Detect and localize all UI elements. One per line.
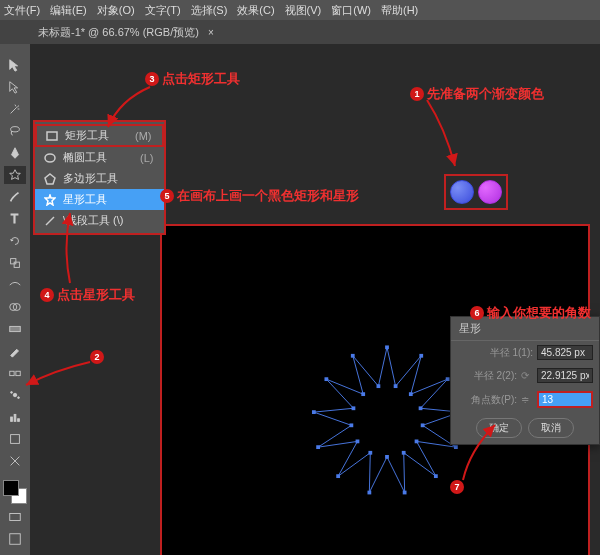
eyedropper-tool[interactable] — [4, 342, 26, 360]
svg-rect-32 — [367, 491, 371, 495]
svg-rect-21 — [409, 392, 413, 396]
gradient-tool[interactable] — [4, 320, 26, 338]
anno-4: 4点击星形工具 — [40, 286, 135, 304]
menu-object[interactable]: 对象(O) — [97, 3, 135, 18]
svg-rect-12 — [11, 417, 13, 421]
color-picker[interactable] — [3, 480, 27, 504]
type-tool[interactable]: T — [4, 210, 26, 228]
menu-select[interactable]: 选择(S) — [191, 3, 228, 18]
swatch-purple[interactable] — [478, 180, 502, 204]
svg-rect-33 — [368, 451, 372, 455]
svg-rect-2 — [11, 259, 16, 264]
radius1-input[interactable] — [537, 345, 593, 360]
svg-rect-22 — [446, 377, 450, 381]
svg-rect-13 — [14, 414, 16, 421]
screen-mode[interactable] — [4, 508, 26, 526]
gradient-swatches — [444, 174, 508, 210]
svg-rect-28 — [434, 474, 438, 478]
svg-rect-15 — [11, 435, 20, 444]
svg-rect-17 — [10, 534, 21, 545]
svg-rect-37 — [349, 423, 353, 427]
menubar: 文件(F) 编辑(E) 对象(O) 文字(T) 选择(S) 效果(C) 视图(V… — [0, 0, 600, 20]
document-tab[interactable]: 未标题-1* @ 66.67% (RGB/预览) × — [30, 25, 222, 40]
svg-rect-41 — [361, 392, 365, 396]
menu-file[interactable]: 文件(F) — [4, 3, 40, 18]
arrow-3 — [100, 85, 160, 135]
polygon-icon — [43, 172, 57, 186]
svg-rect-3 — [14, 262, 19, 267]
brush-tool[interactable] — [4, 188, 26, 206]
menu-help[interactable]: 帮助(H) — [381, 3, 418, 18]
graph-tool[interactable] — [4, 408, 26, 426]
fg-color[interactable] — [3, 480, 19, 496]
svg-rect-31 — [385, 455, 389, 459]
svg-rect-30 — [403, 491, 407, 495]
anno-3: 3点击矩形工具 — [145, 70, 240, 88]
pen-tool[interactable] — [4, 144, 26, 162]
stepper-icon[interactable]: ≑ — [521, 394, 533, 405]
svg-text:T: T — [11, 212, 19, 226]
svg-point-10 — [11, 392, 13, 394]
width-tool[interactable] — [4, 276, 26, 294]
shape-tool[interactable] — [4, 166, 26, 184]
svg-rect-14 — [18, 419, 20, 422]
radius2-label: 半径 2(2): — [457, 369, 517, 383]
link-icon[interactable]: ⟳ — [521, 370, 533, 381]
svg-rect-38 — [312, 410, 316, 414]
flyout-star[interactable]: 星形工具 — [35, 189, 164, 210]
menu-window[interactable]: 窗口(W) — [331, 3, 371, 18]
svg-rect-20 — [419, 354, 423, 358]
rect-icon — [45, 129, 59, 143]
scale-tool[interactable] — [4, 254, 26, 272]
rotate-tool[interactable] — [4, 232, 26, 250]
close-icon[interactable]: × — [208, 27, 214, 38]
slice-tool[interactable] — [4, 452, 26, 470]
arrow-7 — [455, 420, 505, 485]
svg-rect-16 — [10, 514, 21, 521]
svg-rect-39 — [352, 406, 356, 410]
screen-mode-2[interactable] — [4, 530, 26, 548]
menu-view[interactable]: 视图(V) — [285, 3, 322, 18]
selection-tool[interactable] — [4, 56, 26, 74]
flyout-polygon-label: 多边形工具 — [63, 171, 118, 186]
svg-rect-29 — [402, 451, 406, 455]
svg-rect-18 — [385, 345, 389, 349]
cancel-button[interactable]: 取消 — [528, 418, 574, 438]
star-icon — [43, 193, 57, 207]
anno-6: 6输入你想要的角数 — [470, 304, 591, 322]
svg-rect-35 — [356, 439, 360, 443]
points-input[interactable] — [537, 391, 593, 408]
menu-type[interactable]: 文字(T) — [145, 3, 181, 18]
svg-rect-19 — [394, 384, 398, 388]
swatch-blue[interactable] — [450, 180, 474, 204]
lasso-tool[interactable] — [4, 122, 26, 140]
radius2-input[interactable] — [537, 368, 593, 383]
flyout-polygon[interactable]: 多边形工具 — [35, 168, 164, 189]
menu-effect[interactable]: 效果(C) — [237, 3, 274, 18]
direct-select-tool[interactable] — [4, 78, 26, 96]
artboard-tool[interactable] — [4, 430, 26, 448]
svg-rect-43 — [377, 384, 381, 388]
arrow-2 — [20, 360, 95, 390]
svg-line-47 — [46, 217, 54, 225]
svg-point-11 — [18, 397, 20, 399]
arrow-4 — [55, 208, 85, 288]
flyout-ellipse-label: 椭圆工具 — [63, 150, 107, 165]
arrow-1 — [415, 98, 465, 173]
anno-1: 1先准备两个渐变颜色 — [410, 85, 544, 103]
star-shape[interactable] — [302, 336, 472, 506]
wand-tool[interactable] — [4, 100, 26, 118]
svg-rect-6 — [10, 326, 21, 331]
svg-rect-34 — [336, 474, 340, 478]
svg-rect-23 — [419, 406, 423, 410]
svg-rect-7 — [10, 371, 14, 375]
svg-marker-46 — [45, 174, 55, 184]
points-label: 角点数(P): — [457, 393, 517, 407]
toolbar: T — [0, 44, 30, 555]
svg-rect-36 — [316, 445, 320, 449]
tabbar: 未标题-1* @ 66.67% (RGB/预览) × — [0, 20, 600, 44]
shapebuilder-tool[interactable] — [4, 298, 26, 316]
svg-point-0 — [11, 127, 20, 132]
menu-edit[interactable]: 编辑(E) — [50, 3, 87, 18]
flyout-ellipse[interactable]: 椭圆工具 (L) — [35, 147, 164, 168]
